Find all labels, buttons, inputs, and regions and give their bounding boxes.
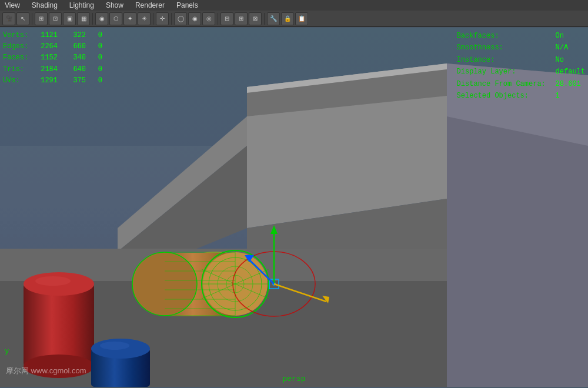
toolbar-camera-btn[interactable]: 🎥 [2,12,15,25]
y-axis-label: y [5,347,9,356]
toolbar-btn-18[interactable]: 🔧 [267,12,280,25]
toolbar-sep6 [264,13,265,25]
menu-shading[interactable]: Shading [29,1,60,9]
menu-show[interactable]: Show [103,1,126,9]
toolbar: 🎥 ↖ ⊞ ⊡ ▣ ▦ ◉ ⬡ ✦ ☀ ✛ ◯ ◉ ◎ ⊟ ⊞ ⊠ 🔧 🔒 📋 [0,11,588,27]
watermark-text: 摩尔网 www.cgmol.com [6,366,86,376]
toolbar-sep2 [92,13,93,25]
stat-selected-row: Selected Objects: 1 [457,90,585,102]
stat-tris-val1: 2184 [34,64,58,75]
stat-verts-label: Verts: [3,30,29,41]
stat-selected-label: Selected Objects: [457,90,551,102]
stat-tris-label: Tris: [3,64,29,75]
toolbar-btn-9[interactable]: ✦ [123,12,136,25]
toolbar-btn-12[interactable]: ◯ [174,12,187,25]
menu-panels[interactable]: Panels [174,1,201,9]
toolbar-btn-3[interactable]: ⊞ [35,12,48,25]
stat-displaylayer-label: Display Layer: [457,66,551,78]
stat-distance-label: Distance From Camera: [457,78,551,90]
stat-instance-row: Instance: No [457,54,585,66]
stat-displaylayer-row: Display Layer: default [457,66,585,78]
stat-distance-val: 28.601 [556,78,581,90]
stat-verts-row: Verts: 1121 322 0 [3,30,102,41]
toolbar-btn-10[interactable]: ☀ [138,12,151,25]
stat-smoothness-val: N/A [556,42,569,53]
toolbar-btn-19[interactable]: 🔒 [281,12,294,25]
stat-uvs-val1: 1291 [34,75,58,86]
stat-backfaces-row: Backfaces: On [457,30,585,42]
stat-verts-val2: 322 [62,30,86,41]
stats-overlay: Verts: 1121 322 0 Edges: 2264 660 0 Face… [3,30,102,86]
stat-distance-row: Distance From Camera: 28.601 [457,78,585,90]
toolbar-btn-4[interactable]: ⊡ [49,12,62,25]
menu-lighting[interactable]: Lighting [67,1,96,9]
svg-point-17 [35,276,71,286]
stat-faces-val2: 340 [62,52,86,63]
stat-edges-val2: 660 [62,41,86,52]
toolbar-sep1 [32,13,32,25]
stat-faces-val3: 0 [91,52,102,63]
toolbar-sep4 [171,13,172,25]
stat-instance-val: No [556,54,564,66]
stat-faces-row: Faces: 1152 340 0 [3,52,102,63]
toolbar-btn-20[interactable]: 📋 [295,12,308,25]
toolbar-btn-17[interactable]: ⊠ [249,12,262,25]
stat-faces-label: Faces: [3,52,29,63]
menu-renderer[interactable]: Renderer [133,1,167,9]
toolbar-btn-15[interactable]: ⊟ [220,12,233,25]
stat-smoothness-label: Smoothness: [457,42,551,53]
stat-uvs-row: UVs: 1291 375 0 [3,75,102,86]
toolbar-btn-13[interactable]: ◉ [188,12,201,25]
stat-edges-label: Edges: [3,41,29,52]
stat-smoothness-row: Smoothness: N/A [457,42,585,53]
stat-backfaces-label: Backfaces: [457,30,551,42]
menubar: View Shading Lighting Show Renderer Pane… [0,0,588,11]
toolbar-sep5 [218,13,218,25]
stat-verts-val3: 0 [91,30,102,41]
menu-view[interactable]: View [2,1,22,9]
stat-tris-val2: 640 [62,64,86,75]
stat-selected-val: 1 [556,90,560,102]
toolbar-sep3 [153,13,153,25]
stat-uvs-val3: 0 [91,75,102,86]
toolbar-btn-16[interactable]: ⊞ [235,12,248,25]
toolbar-btn-7[interactable]: ◉ [95,12,108,25]
stat-uvs-val2: 375 [62,75,86,86]
toolbar-btn-5[interactable]: ▣ [63,12,76,25]
camera-perspective-label: persp [282,374,305,383]
stat-tris-row: Tris: 2184 640 0 [3,64,102,75]
svg-point-21 [100,342,129,350]
stat-instance-label: Instance: [457,54,551,66]
stat-edges-row: Edges: 2264 660 0 [3,41,102,52]
stats-right-overlay: Backfaces: On Smoothness: N/A Instance: … [457,30,585,102]
toolbar-btn-14[interactable]: ◎ [202,12,215,25]
viewport[interactable]: Verts: 1121 322 0 Edges: 2264 660 0 Face… [0,27,588,388]
toolbar-btn-6[interactable]: ▦ [77,12,90,25]
stat-verts-val1: 1121 [34,30,58,41]
toolbar-select-btn[interactable]: ↖ [16,12,29,25]
stat-backfaces-val: On [556,30,564,42]
stat-edges-val3: 0 [91,41,102,52]
toolbar-move-btn[interactable]: ✛ [156,12,169,25]
stat-faces-val1: 1152 [34,52,58,63]
stat-edges-val1: 2264 [34,41,58,52]
stat-uvs-label: UVs: [3,75,29,86]
stat-displaylayer-val: default [556,66,585,78]
toolbar-btn-8[interactable]: ⬡ [109,12,122,25]
app: View Shading Lighting Show Renderer Pane… [0,0,588,388]
svg-rect-15 [24,284,94,366]
stat-tris-val3: 0 [91,64,102,75]
